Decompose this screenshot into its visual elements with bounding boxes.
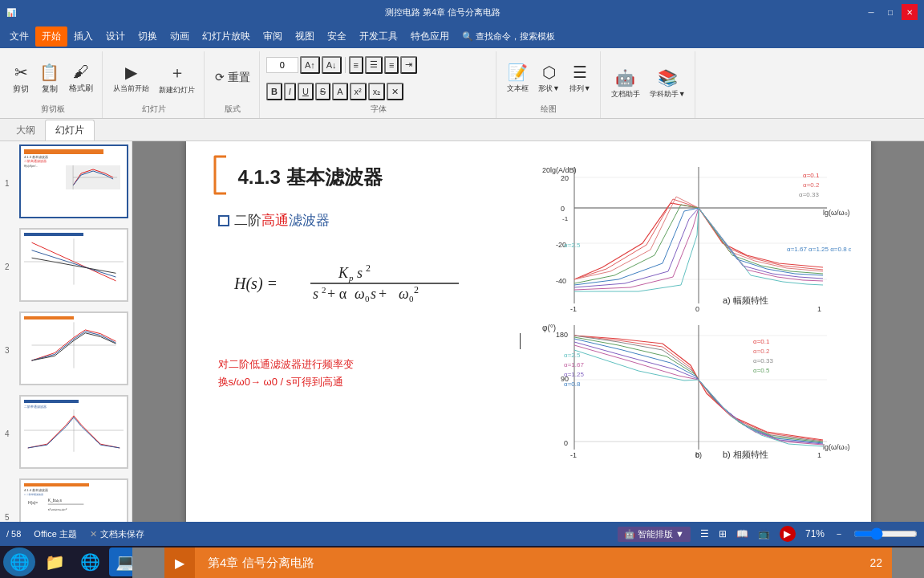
menu-features[interactable]: 特色应用 [404, 26, 456, 47]
ai-assistant-btn[interactable]: 🤖 文档助手 [607, 63, 644, 105]
slide[interactable]: 4.1.3 基本滤波器 二阶高通滤波器 H(s) = K p [186, 141, 871, 522]
subtitle-blue: 滤波器 [289, 213, 330, 228]
zoom-out[interactable]: － [834, 527, 844, 541]
slide-header: 4.1.3 基本滤波器 [210, 155, 383, 200]
title-bar: 📊 测控电路 第4章 信号分离电路 ─ □ ✕ [0, 0, 924, 24]
view-reading[interactable]: 📖 [736, 528, 748, 539]
align-left-btn[interactable]: ≡ [349, 56, 363, 74]
svg-text:φ(°): φ(°) [542, 324, 556, 332]
svg-text:H(s) =: H(s) = [233, 275, 278, 293]
indent-btn[interactable]: ⇥ [400, 56, 417, 74]
superscript-btn[interactable]: x² [350, 83, 367, 100]
ribbon-group-slides: ▶ 从当前开始 ＋ 新建幻灯片 幻灯片 [104, 51, 205, 118]
format-brush-button[interactable]: 🖌 格式刷 [65, 58, 97, 100]
font-color-btn[interactable]: A [332, 83, 347, 100]
arrange-btn[interactable]: ☰ 排列▼ [565, 58, 595, 100]
minimize-button[interactable]: ─ [863, 4, 879, 20]
svg-text:α=2.5: α=2.5 [564, 242, 581, 249]
subtitle-red: 高通 [261, 213, 289, 228]
svg-text:20lg(A/dB): 20lg(A/dB) [542, 166, 577, 174]
svg-text:α=0.33: α=0.33 [753, 357, 773, 364]
taskbar-chrome[interactable]: 🌐 [74, 547, 106, 576]
menu-slideshow[interactable]: 幻灯片放映 [196, 26, 257, 47]
slide-count: / 58 [6, 529, 21, 539]
svg-text:b) 相频特性: b) 相频特性 [723, 450, 768, 459]
title-text: 测控电路 第4章 信号分离电路 [22, 6, 863, 18]
font-increase-btn[interactable]: A↑ [300, 56, 320, 74]
menu-view[interactable]: 视图 [289, 26, 321, 47]
slide-num-3: 3 [5, 346, 10, 355]
slide-thumb-5-inner: 4.1.4 基本滤波器 □ 二阶带通滤波器 H(s)= K_bω₀s s²+αω… [21, 480, 127, 522]
cut-button[interactable]: ✂ 剪切 [8, 58, 34, 100]
chart-amplitude: 20lg(A/dB) 20 0 -1 -20 -40 [538, 163, 851, 311]
canvas-area[interactable]: 4.1.3 基本滤波器 二阶高通滤波器 H(s) = K p [132, 141, 924, 522]
menu-animation[interactable]: 动画 [164, 26, 196, 47]
slide-panel: 1 4.1.3 基本滤波器 二阶高通滤波器 H(s)=Kps²/... [0, 141, 132, 522]
clear-format-btn[interactable]: ✕ [387, 83, 403, 100]
slide-thumb-2-inner [21, 230, 127, 300]
menu-design[interactable]: 设计 [99, 26, 132, 47]
menu-review[interactable]: 审阅 [257, 26, 289, 47]
slide-thumb-3-inner [21, 313, 127, 384]
blue-square-icon [218, 215, 229, 226]
bracket-decoration [210, 155, 230, 200]
menu-security[interactable]: 安全 [321, 26, 353, 47]
slide-thumb-1[interactable]: 4.1.3 基本滤波器 二阶高通滤波器 H(s)=Kps²/... [19, 144, 128, 218]
font-size-input[interactable] [266, 57, 298, 73]
slide-thumb-4[interactable]: 二阶带通滤波器 [19, 395, 128, 469]
view-tabs: 大纲 幻灯片 [0, 119, 924, 141]
ai-study-btn[interactable]: 📚 学科助手▼ [646, 63, 690, 105]
font-decrease-btn[interactable]: A↓ [322, 56, 342, 74]
svg-text:α=0.33: α=0.33 [799, 191, 819, 198]
menu-search[interactable]: 🔍 查找命令，搜索模板 [456, 27, 561, 46]
svg-text:+ α: + α [327, 286, 347, 302]
play-button[interactable]: ▶ [780, 526, 796, 542]
copy-button[interactable]: 📋 复制 [35, 58, 63, 100]
svg-text:lg(ω/ω₀): lg(ω/ω₀) [823, 443, 850, 451]
subscript-btn[interactable]: x₂ [368, 83, 386, 100]
taskbar-explorer[interactable]: 📁 [38, 547, 71, 576]
menu-devtools[interactable]: 开发工具 [353, 26, 404, 47]
new-slide-button[interactable]: ＋ 新建幻灯片 [155, 58, 199, 100]
slide-thumb-5[interactable]: 4.1.4 基本滤波器 □ 二阶带通滤波器 H(s)= K_bω₀s s²+αω… [19, 478, 128, 522]
svg-text:H(s)=: H(s)= [28, 501, 38, 505]
svg-text:K_bω₀s: K_bω₀s [48, 499, 63, 503]
bold-btn[interactable]: B [266, 83, 282, 100]
view-show[interactable]: 📺 [758, 528, 770, 539]
menu-start[interactable]: 开始 [35, 26, 67, 47]
start-from-current-button[interactable]: ▶ 从当前开始 [109, 58, 153, 100]
view-grid[interactable]: ⊞ [719, 528, 727, 539]
svg-text:ω: ω [399, 286, 409, 302]
smart-layout-tool[interactable]: 🤖 智能排版 ▼ [618, 527, 691, 542]
text-cursor [520, 333, 521, 349]
textbox-btn[interactable]: 📝 文本框 [503, 58, 533, 100]
svg-text:α=1.67  α=1.25  α=0.8  α=0.5: α=1.67 α=1.25 α=0.8 α=0.5 [787, 246, 851, 253]
italic-btn[interactable]: I [284, 83, 296, 100]
reset-label: 版式 [225, 104, 241, 116]
slides-label: 幻灯片 [142, 104, 166, 116]
chart-phase: φ(°) 180 90 0 -1 0 1 [538, 321, 851, 462]
slide-thumb-4-inner: 二阶带通滤波器 [21, 397, 127, 467]
underline-btn[interactable]: U [298, 83, 314, 100]
charts-area: 20lg(A/dB) 20 0 -1 -20 -40 [538, 163, 859, 468]
tab-slides[interactable]: 幻灯片 [45, 120, 95, 140]
view-normal[interactable]: ☰ [700, 528, 709, 539]
align-center-btn[interactable]: ☰ [365, 56, 383, 74]
svg-text:α=0.2: α=0.2 [803, 181, 820, 189]
slide-thumb-3[interactable] [19, 311, 128, 385]
doc-status: ✕ 文档未保存 [90, 528, 144, 540]
zoom-slider[interactable] [853, 527, 918, 540]
svg-text:1: 1 [817, 305, 821, 311]
slide-thumb-2[interactable] [19, 228, 128, 302]
tab-outline[interactable]: 大纲 [6, 120, 45, 140]
menu-insert[interactable]: 插入 [67, 26, 99, 47]
maximize-button[interactable]: □ [882, 4, 898, 20]
close-button[interactable]: ✕ [902, 4, 918, 20]
taskbar-ie[interactable]: 🌐 [3, 547, 35, 576]
align-right-btn[interactable]: ≡ [384, 56, 399, 74]
menu-file[interactable]: 文件 [3, 26, 35, 47]
shape-btn[interactable]: ⬡ 形状▼ [534, 58, 564, 100]
reset-button[interactable]: ⟳ 重置 [211, 58, 254, 100]
strikethrough-btn[interactable]: S [315, 83, 330, 100]
menu-transition[interactable]: 切换 [132, 26, 164, 47]
